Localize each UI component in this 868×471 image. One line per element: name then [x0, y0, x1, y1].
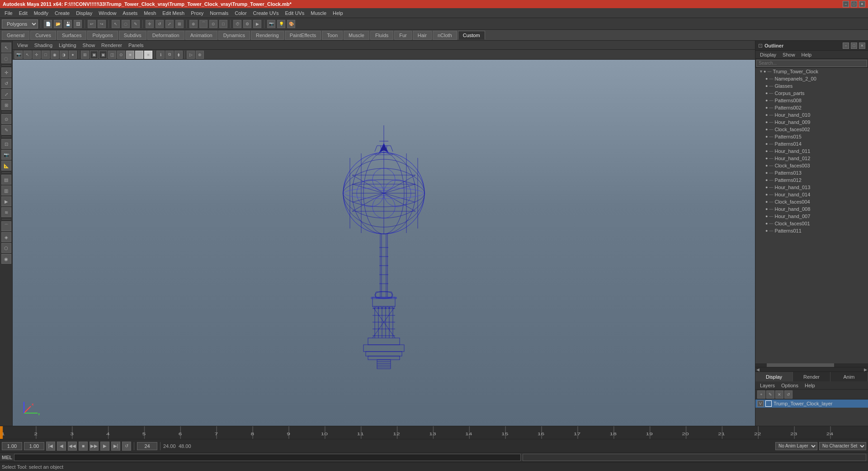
shader-icon[interactable]: 🎨	[287, 20, 295, 28]
new-scene-icon[interactable]: 📄	[44, 20, 52, 28]
maximize-button[interactable]: □	[851, 1, 857, 7]
vp-snap-icon[interactable]: ⊕	[196, 51, 204, 59]
vp-shade1-icon[interactable]: ◑	[60, 51, 68, 59]
tab-hair[interactable]: Hair	[413, 31, 432, 40]
vp-iso-icon[interactable]: ⧉	[165, 51, 174, 59]
tab-polygons[interactable]: Polygons	[87, 31, 118, 40]
paint-select-icon[interactable]: ✎	[132, 20, 140, 28]
menu-display[interactable]: Display	[73, 10, 95, 17]
light-icon[interactable]: 💡	[277, 20, 285, 28]
char-set-dropdown[interactable]: No Character Set	[819, 442, 866, 450]
select-tool-icon[interactable]: ↖	[1, 43, 11, 52]
vp-move-icon[interactable]: ✛	[33, 51, 41, 59]
tree-item-glasses[interactable]: ● — Glasses	[755, 82, 868, 90]
tab-toon[interactable]: Toon	[322, 31, 343, 40]
tree-item-hour-hand-010[interactable]: ● — Hour_hand_010	[755, 111, 868, 119]
mode-dropdown[interactable]: Polygons	[2, 19, 38, 29]
tab-fluids[interactable]: Fluids	[370, 31, 393, 40]
vp-xray-icon[interactable]: ⧫	[175, 51, 183, 59]
soft-select-icon[interactable]: ⊙	[1, 114, 11, 124]
universal-icon[interactable]: ⊞	[175, 20, 184, 28]
prev-frame-button[interactable]: ◀	[57, 442, 66, 451]
tab-fur[interactable]: Fur	[394, 31, 412, 40]
tab-painteffects[interactable]: PaintEffects	[285, 31, 321, 40]
render-layers-icon[interactable]: ▥	[1, 186, 11, 195]
menu-window[interactable]: Window	[96, 10, 119, 17]
vp-menu-panels[interactable]: Panels	[126, 42, 146, 48]
outliner-tab-render[interactable]: Render	[793, 372, 830, 382]
vp-wireframe-icon[interactable]: □	[42, 51, 50, 59]
play-forward-button[interactable]: ▶▶	[90, 442, 99, 451]
mel-input[interactable]	[14, 454, 521, 461]
tab-surfaces[interactable]: Surfaces	[57, 31, 86, 40]
layer-edit-icon[interactable]: ✎	[766, 390, 774, 399]
outliner-minimize[interactable]: −	[843, 43, 849, 49]
surface-tool-icon[interactable]: ◈	[1, 232, 11, 242]
vp-light2-icon[interactable]: ▣	[99, 51, 107, 59]
menu-assets[interactable]: Assets	[120, 10, 140, 17]
tree-item-clock-faces003[interactable]: ● — Clock_faces003	[755, 162, 868, 169]
outliner-tab-anim[interactable]: Anim	[830, 372, 868, 382]
move-tool-icon[interactable]: ✛	[1, 67, 11, 77]
measure-icon[interactable]: 📐	[1, 161, 11, 171]
undo-icon[interactable]: ↩	[88, 20, 96, 28]
layer-delete-icon[interactable]: ✕	[775, 390, 783, 399]
3d-viewport[interactable]: x y	[13, 60, 755, 426]
scale-icon[interactable]: ⤢	[165, 20, 174, 28]
anim-layer-dropdown[interactable]: No Anim Layer	[775, 442, 817, 450]
tab-rendering[interactable]: Rendering	[251, 31, 284, 40]
tab-muscle[interactable]: Muscle	[344, 31, 369, 40]
play-back-button[interactable]: ◀◀	[68, 442, 77, 451]
move-icon[interactable]: ✛	[146, 20, 154, 28]
current-frame-input[interactable]	[24, 442, 44, 450]
layer-refresh-icon[interactable]: ↺	[784, 390, 793, 399]
layer-visibility-toggle[interactable]: V	[757, 400, 764, 407]
menu-mesh[interactable]: Mesh	[141, 10, 159, 17]
menu-file[interactable]: File	[2, 10, 15, 17]
tree-item-patterns012[interactable]: ● — Patterns012	[755, 176, 868, 184]
rotate-icon[interactable]: ↺	[156, 20, 164, 28]
vp-select-icon[interactable]: ↖	[24, 51, 32, 59]
tab-custom[interactable]: Custom	[458, 31, 485, 40]
prev-keyframe-button[interactable]: |◀	[46, 442, 55, 451]
view-icon[interactable]: ⊡	[1, 139, 11, 149]
outliner-scroll-left[interactable]: ◀	[756, 367, 760, 372]
vp-menu-lighting[interactable]: Lighting	[56, 42, 79, 48]
next-frame-button[interactable]: ▶	[100, 442, 109, 451]
paint-weight-icon[interactable]: ✎	[1, 125, 11, 135]
next-keyframe-button[interactable]: ▶|	[111, 442, 120, 451]
tree-item-clock-faces002[interactable]: ● — Clock_faces002	[755, 126, 868, 133]
outliner-search-input[interactable]	[756, 60, 867, 67]
tab-general[interactable]: General	[2, 31, 29, 40]
curve-tool-icon[interactable]: ⌒	[1, 221, 11, 231]
render-settings-icon[interactable]: ⚙	[243, 20, 251, 28]
tab-deformation[interactable]: Deformation	[147, 31, 184, 40]
open-icon[interactable]: 📂	[54, 20, 62, 28]
start-frame-input[interactable]	[2, 442, 22, 450]
menu-color[interactable]: Color	[232, 10, 249, 17]
layers-menu-help[interactable]: Help	[802, 382, 818, 389]
select-icon[interactable]: ↖	[112, 20, 120, 28]
menu-modify[interactable]: Modify	[31, 10, 51, 17]
menu-create[interactable]: Create	[52, 10, 72, 17]
stop-button[interactable]: ■	[79, 442, 88, 451]
loop-button[interactable]: ↺	[122, 442, 131, 451]
vp-color3-icon[interactable]: ■	[144, 51, 152, 59]
vp-menu-view[interactable]: View	[14, 42, 31, 48]
tree-item-trump-tower-clock[interactable]: ▼ ● — Trump_Tower_Clock	[755, 68, 868, 75]
minimize-button[interactable]: −	[843, 1, 849, 7]
tree-item-patterns011[interactable]: ● — Patterns011	[755, 227, 868, 234]
polygon-tool-icon[interactable]: ⬡	[1, 243, 11, 253]
tree-item-patterns002[interactable]: ● — Patterns002	[755, 104, 868, 111]
anim-icon[interactable]: ▶	[1, 196, 11, 206]
tree-item-clock-faces001[interactable]: ● — Clock_faces001	[755, 220, 868, 227]
layers-icon[interactable]: ▤	[1, 175, 11, 185]
vp-hud-icon[interactable]: ℹ	[156, 51, 165, 59]
render-icon[interactable]: 🖼	[74, 20, 82, 28]
tree-item-patterns013[interactable]: ● — Patterns013	[755, 169, 868, 176]
hscroll-thumb[interactable]	[767, 363, 834, 367]
vp-camera-icon[interactable]: 📷	[14, 51, 23, 59]
tab-curves[interactable]: Curves	[30, 31, 56, 40]
outliner-menu-help[interactable]: Help	[799, 52, 815, 58]
camera-tool-icon[interactable]: 📷	[1, 150, 11, 160]
